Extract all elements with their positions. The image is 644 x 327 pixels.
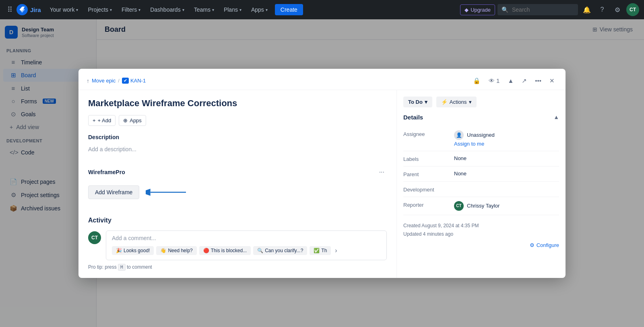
add-wireframe-button[interactable]: Add Wireframe	[88, 185, 139, 199]
modal-header-actions: 🔒 👁 1 ▲ ↗ ••• ✕	[470, 75, 557, 86]
vote-icon: ▲	[508, 77, 514, 84]
description-placeholder[interactable]: Add a description...	[88, 143, 387, 156]
modal-toolbar: + + Add ⊕ Apps	[88, 115, 387, 126]
nav-apps[interactable]: Apps ▾	[247, 4, 272, 15]
help-button[interactable]: ?	[596, 3, 609, 16]
assignee-label: Assignee	[403, 130, 448, 137]
updated-text: Updated 4 minutes ago	[403, 230, 559, 239]
chevron-down-icon: ▾	[239, 8, 242, 12]
search-wrapper: 🔍	[497, 4, 578, 15]
configure-button[interactable]: ⚙ Configure	[530, 242, 559, 248]
add-button[interactable]: + + Add	[88, 115, 116, 126]
assign-me-link[interactable]: Assign to me	[454, 141, 559, 147]
chip-th[interactable]: ✅ Th	[310, 246, 331, 255]
configure-icon: ⚙	[530, 242, 535, 248]
details-title: Details	[403, 114, 423, 121]
chevron-down-icon: ▾	[266, 8, 268, 12]
upgrade-button[interactable]: ◆ Upgrade	[460, 4, 495, 15]
modal-overlay[interactable]: ↑ Move epic / ✔ KAN-1 🔒 👁 1	[0, 19, 644, 327]
reporter-label: Reporter	[403, 201, 448, 208]
wireframe-menu-button[interactable]: ···	[377, 167, 387, 177]
modal-header: ↑ Move epic / ✔ KAN-1 🔒 👁 1	[78, 69, 566, 90]
arrow-svg	[146, 186, 186, 198]
watch-button[interactable]: 👁 1	[486, 75, 502, 86]
jira-logo[interactable]: Jira	[17, 4, 41, 15]
chip-more-button[interactable]: ›	[333, 245, 339, 256]
issue-modal: ↑ Move epic / ✔ KAN-1 🔒 👁 1	[78, 69, 566, 278]
comment-box[interactable]: Add a comment... 🎉 Looks good! 👋 Need he…	[106, 230, 387, 260]
apps-icon: ⊕	[123, 117, 128, 123]
modal-breadcrumb: ↑ Move epic / ✔ KAN-1	[87, 78, 146, 84]
comment-placeholder[interactable]: Add a comment...	[112, 235, 381, 241]
chevron-down-icon: ▾	[76, 8, 78, 12]
notifications-button[interactable]: 🔔	[580, 3, 593, 16]
more-button[interactable]: •••	[532, 75, 544, 86]
reporter-avatar: CT	[454, 201, 464, 211]
chip-blocked[interactable]: 🔴 This is blocked...	[199, 246, 251, 255]
chip-looks-good[interactable]: 🎉 Looks good!	[112, 246, 154, 255]
wireframe-section: WireframePro ··· Add Wireframe	[88, 167, 387, 202]
reporter-row: CT Chrissy Taylor	[454, 201, 559, 211]
detail-row-development: Development	[403, 182, 559, 197]
status-button[interactable]: To Do ▾	[403, 97, 432, 107]
create-button[interactable]: Create	[275, 4, 303, 15]
wireframe-section-title: WireframePro	[88, 169, 125, 175]
apps-button[interactable]: ⊕ Apps	[119, 115, 146, 126]
plus-icon: +	[93, 117, 96, 123]
eye-icon: 👁	[489, 77, 495, 84]
chip-clarify[interactable]: 🔍 Can you clarify...?	[253, 246, 307, 255]
detail-row-parent: Parent None	[403, 167, 559, 182]
wireframe-section-header: WireframePro ···	[88, 167, 387, 177]
upgrade-icon: ◆	[464, 7, 469, 13]
nav-teams[interactable]: Teams ▾	[190, 4, 218, 15]
nav-dashboards[interactable]: Dashboards ▾	[146, 4, 188, 15]
chip-emoji-3: 🔍	[257, 248, 263, 253]
created-text: Created August 9, 2024 at 4:35 PM	[403, 222, 559, 230]
pro-tip-key: M	[118, 264, 126, 271]
search-input[interactable]	[497, 4, 578, 15]
assignee-unassigned: 👤 Unassigned	[454, 130, 559, 140]
breadcrumb-epic-link[interactable]: Move epic	[92, 78, 116, 84]
user-avatar[interactable]: CT	[626, 3, 639, 16]
detail-row-assignee: Assignee 👤 Unassigned Assign to me	[403, 126, 559, 151]
modal-body: Marketplace Wireframe Corrections + + Ad…	[78, 90, 566, 278]
task-icon: ✔	[122, 78, 129, 84]
jira-logo-text: Jira	[30, 6, 41, 13]
nav-plans[interactable]: Plans ▾	[220, 4, 246, 15]
labels-label: Labels	[403, 155, 448, 162]
detail-row-reporter: Reporter CT Chrissy Taylor	[403, 197, 559, 215]
modal-left: Marketplace Wireframe Corrections + + Ad…	[78, 90, 396, 278]
nav-projects[interactable]: Projects ▾	[84, 4, 116, 15]
lock-button[interactable]: 🔒	[470, 75, 483, 86]
nav-right-actions: ◆ Upgrade 🔍 🔔 ? ⚙ CT	[460, 3, 639, 16]
details-header: Details ▲	[403, 114, 559, 121]
nav-filters[interactable]: Filters ▾	[118, 4, 144, 15]
detail-row-labels: Labels None	[403, 151, 559, 167]
actions-button[interactable]: ⚡ Actions ▾	[436, 97, 477, 107]
development-label: Development	[403, 186, 448, 193]
chip-need-help[interactable]: 👋 Need help?	[156, 246, 196, 255]
share-button[interactable]: ↗	[519, 75, 530, 86]
timestamps: Created August 9, 2024 at 4:35 PM Update…	[403, 222, 559, 239]
chip-emoji-1: 👋	[160, 248, 166, 253]
configure-row: ⚙ Configure	[403, 242, 559, 248]
grid-icon[interactable]: ⠿	[5, 3, 15, 16]
more-icon: •••	[535, 77, 541, 84]
labels-value[interactable]: None	[454, 155, 559, 161]
issue-title[interactable]: Marketplace Wireframe Corrections	[88, 98, 387, 109]
close-button[interactable]: ✕	[547, 75, 557, 86]
move-epic-icon: ↑	[87, 78, 89, 84]
nav-your-work[interactable]: Your work ▾	[46, 4, 83, 15]
reporter-value: CT Chrissy Taylor	[454, 201, 559, 211]
arrow-indicator	[146, 186, 186, 198]
chip-emoji-2: 🔴	[203, 248, 209, 253]
settings-button[interactable]: ⚙	[611, 3, 624, 16]
activity-label: Activity	[88, 217, 387, 224]
parent-value[interactable]: None	[454, 171, 559, 177]
vote-button[interactable]: ▲	[505, 75, 516, 86]
chip-emoji-0: 🎉	[116, 248, 122, 253]
activity-row: CT Add a comment... 🎉 Looks good! 👋	[88, 230, 387, 260]
details-collapse-button[interactable]: ▲	[553, 114, 559, 120]
close-icon: ✕	[549, 77, 555, 84]
pro-tip: Pro tip: press M to comment	[88, 264, 387, 270]
